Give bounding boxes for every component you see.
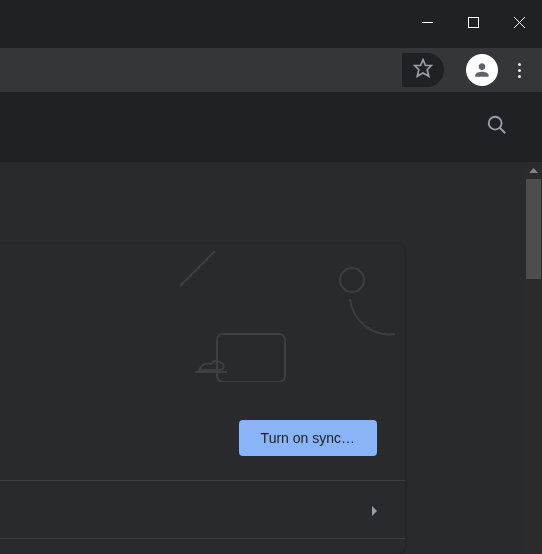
turn-on-sync-button[interactable]: Turn on sync…	[239, 420, 377, 456]
kebab-menu-icon	[518, 63, 521, 78]
svg-line-8	[180, 251, 215, 286]
sync-illustration	[0, 244, 405, 404]
minimize-button[interactable]	[404, 6, 450, 38]
browser-menu-button[interactable]	[502, 53, 536, 87]
close-button[interactable]	[496, 6, 542, 38]
svg-marker-4	[415, 60, 432, 77]
svg-rect-10	[217, 334, 285, 382]
window-controls	[0, 0, 542, 48]
bookmark-star-icon[interactable]	[413, 58, 433, 82]
vertical-scrollbar[interactable]	[525, 162, 542, 554]
search-icon[interactable]	[486, 114, 508, 140]
scrollbar-thumb[interactable]	[526, 179, 541, 279]
svg-point-5	[489, 117, 502, 130]
scroll-up-button[interactable]	[525, 162, 542, 179]
divider	[0, 480, 405, 481]
svg-marker-7	[529, 168, 538, 173]
svg-rect-1	[468, 17, 478, 27]
chevron-right-icon	[372, 506, 377, 516]
address-bar-end	[402, 53, 444, 87]
profile-avatar[interactable]	[466, 54, 498, 86]
maximize-button[interactable]	[450, 6, 496, 38]
sync-promo-card: Turn on sync…	[0, 244, 405, 554]
page-header	[0, 92, 542, 162]
expand-row[interactable]	[372, 506, 377, 516]
browser-toolbar	[0, 48, 542, 92]
svg-line-6	[500, 128, 506, 134]
svg-point-9	[340, 268, 364, 292]
divider	[0, 538, 405, 539]
